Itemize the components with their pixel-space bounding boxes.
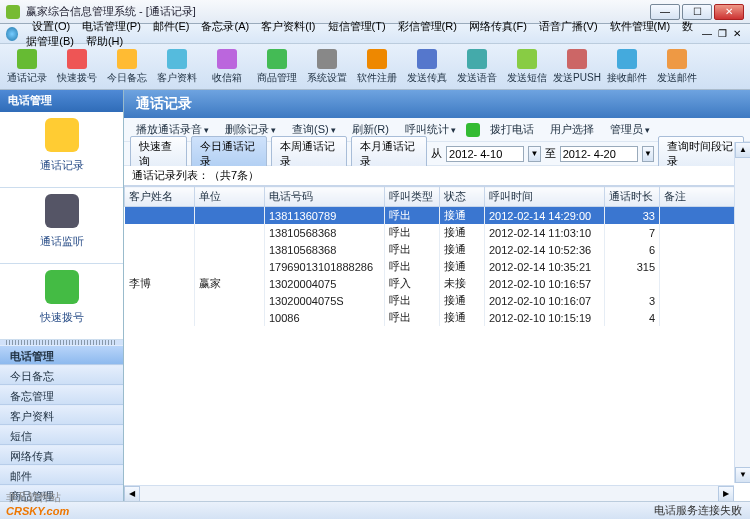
cell: 7 (605, 224, 660, 241)
menu-item-9[interactable]: 软件管理(M) (604, 20, 677, 32)
cell: 2012-02-14 10:52:36 (485, 241, 605, 258)
col-header[interactable]: 单位 (195, 187, 265, 207)
nav-快速拨号[interactable]: 快速拨号 (0, 264, 123, 340)
sidebar-item-电话管理[interactable]: 电话管理 (0, 345, 123, 365)
toolbar-label: 通话记录 (7, 71, 47, 85)
toolbar-icon (617, 49, 637, 69)
sidebar-item-备忘管理[interactable]: 备忘管理 (0, 385, 123, 405)
close-button[interactable]: ✕ (714, 4, 744, 20)
menu-item-4[interactable]: 客户资料(I) (255, 20, 321, 32)
cell: 10086 (265, 309, 385, 326)
toolbar-客户资料[interactable]: 客户资料 (153, 46, 201, 88)
nav-icon (45, 194, 79, 228)
date-to-picker[interactable]: ▼ (642, 146, 655, 162)
toolbar-发送邮件[interactable]: 发送邮件 (653, 46, 701, 88)
cell (195, 207, 265, 225)
toolbar-接收邮件[interactable]: 接收邮件 (603, 46, 651, 88)
nav-icon (45, 118, 79, 152)
cell: 呼入 (385, 275, 440, 292)
refresh-button[interactable]: 刷新(R) (346, 122, 395, 137)
menu-item-8[interactable]: 语音广播(V) (533, 20, 604, 32)
cell: 3 (605, 292, 660, 309)
toolbar-发送传真[interactable]: 发送传真 (403, 46, 451, 88)
delete-record-menu[interactable]: 删除记录 (219, 122, 282, 137)
mdi-restore[interactable]: ❐ (715, 28, 730, 39)
menu-item-7[interactable]: 网络传真(F) (463, 20, 533, 32)
nav-icon (45, 270, 79, 304)
sidebar-item-邮件[interactable]: 邮件 (0, 465, 123, 485)
scroll-right-icon[interactable]: ▶ (718, 486, 734, 502)
cell: 2012-02-10 10:16:57 (485, 275, 605, 292)
admin-dropdown[interactable]: 管理员 (604, 122, 656, 137)
col-header[interactable]: 通话时长 (605, 187, 660, 207)
table-row[interactable]: 10086呼出接通2012-02-10 10:15:194 (125, 309, 750, 326)
cell: 呼出 (385, 207, 440, 225)
toolbar-icon (517, 49, 537, 69)
scroll-down-icon[interactable]: ▼ (735, 467, 750, 483)
toolbar-icon (267, 49, 287, 69)
cell: 13810568368 (265, 241, 385, 258)
toolbar-系统设置[interactable]: 系统设置 (303, 46, 351, 88)
cell (125, 258, 195, 275)
date-to-input[interactable] (560, 146, 638, 162)
toolbar-软件注册[interactable]: 软件注册 (353, 46, 401, 88)
toolbar-发送语音[interactable]: 发送语音 (453, 46, 501, 88)
vertical-scrollbar[interactable]: ▲ ▼ (734, 142, 750, 483)
table-row[interactable]: 李博赢家13020004075呼入未接2012-02-10 10:16:57 (125, 275, 750, 292)
list-summary: 通话记录列表：（共7条） (124, 166, 750, 186)
nav-通话监听[interactable]: 通话监听 (0, 188, 123, 264)
menu-item-3[interactable]: 备忘录(A) (195, 20, 255, 32)
horizontal-scrollbar[interactable]: ◀ ▶ (124, 485, 734, 501)
play-recording-menu[interactable]: 播放通话录音 (130, 122, 215, 137)
col-header[interactable]: 呼叫时间 (485, 187, 605, 207)
nav-通话记录[interactable]: 通话记录 (0, 112, 123, 188)
cell: 李博 (125, 275, 195, 292)
cell: 赢家 (195, 275, 265, 292)
sidebar-item-客户资料[interactable]: 客户资料 (0, 405, 123, 425)
query-menu[interactable]: 查询(S) (286, 122, 342, 137)
cell: 未接 (440, 275, 485, 292)
table-row[interactable]: 13811360789呼出接通2012-02-14 14:29:0033 (125, 207, 750, 225)
minimize-button[interactable]: — (650, 4, 680, 20)
menu-item-2[interactable]: 邮件(E) (147, 20, 196, 32)
mdi-close[interactable]: ✕ (730, 28, 744, 39)
toolbar-发送PUSH[interactable]: 发送PUSH (553, 46, 601, 88)
col-header[interactable]: 呼叫类型 (385, 187, 440, 207)
toolbar-label: 今日备忘 (107, 71, 147, 85)
menu-item-1[interactable]: 电话管理(P) (76, 20, 147, 32)
toolbar-发送短信[interactable]: 发送短信 (503, 46, 551, 88)
mdi-minimize[interactable]: — (699, 28, 715, 39)
table-row[interactable]: 13020004075S呼出接通2012-02-10 10:16:073 (125, 292, 750, 309)
cell: 2012-02-10 10:15:19 (485, 309, 605, 326)
date-from-picker[interactable]: ▼ (528, 146, 541, 162)
col-header[interactable]: 电话号码 (265, 187, 385, 207)
toolbar-收信箱[interactable]: 收信箱 (203, 46, 251, 88)
toolbar-今日备忘[interactable]: 今日备忘 (103, 46, 151, 88)
dial-button[interactable]: 拨打电话 (484, 122, 540, 137)
menu-item-6[interactable]: 彩信管理(R) (392, 20, 463, 32)
menu-item-5[interactable]: 短信管理(T) (322, 20, 392, 32)
cell: 接通 (440, 224, 485, 241)
sidebar-item-短信[interactable]: 短信 (0, 425, 123, 445)
call-stats-menu[interactable]: 呼叫统计 (399, 122, 462, 137)
col-header[interactable]: 客户姓名 (125, 187, 195, 207)
scroll-up-icon[interactable]: ▲ (735, 142, 750, 158)
cell: 接通 (440, 309, 485, 326)
status-bar: 电话服务连接失败 (0, 501, 750, 519)
date-from-input[interactable] (446, 146, 524, 162)
toolbar-通话记录[interactable]: 通话记录 (3, 46, 51, 88)
table-row[interactable]: 17969013101888286呼出接通2012-02-14 10:35:21… (125, 258, 750, 275)
toolbar-icon (67, 49, 87, 69)
scroll-left-icon[interactable]: ◀ (124, 486, 140, 502)
toolbar-label: 发送语音 (457, 71, 497, 85)
toolbar-label: 客户资料 (157, 71, 197, 85)
sidebar-item-今日备忘[interactable]: 今日备忘 (0, 365, 123, 385)
toolbar-快速拨号[interactable]: 快速拨号 (53, 46, 101, 88)
maximize-button[interactable]: ☐ (682, 4, 712, 20)
sidebar-item-网络传真[interactable]: 网络传真 (0, 445, 123, 465)
table-row[interactable]: 13810568368呼出接通2012-02-14 11:03:107 (125, 224, 750, 241)
col-header[interactable]: 状态 (440, 187, 485, 207)
menu-item-0[interactable]: 设置(O) (26, 20, 76, 32)
table-row[interactable]: 13810568368呼出接通2012-02-14 10:52:366 (125, 241, 750, 258)
toolbar-商品管理[interactable]: 商品管理 (253, 46, 301, 88)
